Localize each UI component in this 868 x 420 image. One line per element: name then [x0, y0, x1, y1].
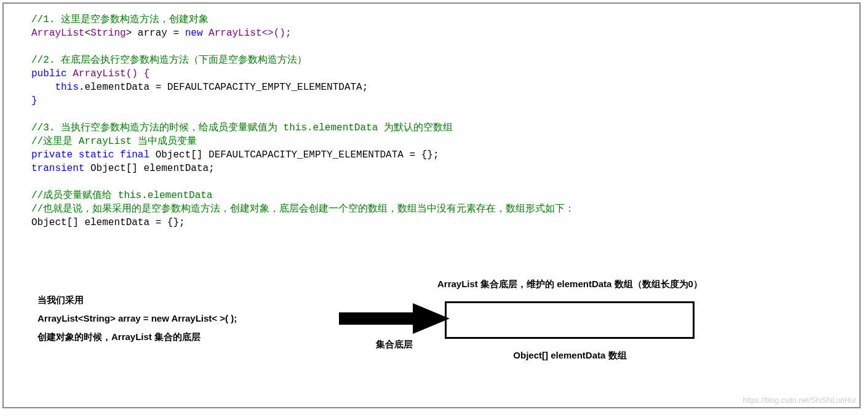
comment-3: //3. 当执行空参数构造方法的时候，给成员变量赋值为 this.element… — [31, 122, 453, 133]
code-text: .elementData = DEFAULTCAPACITY_EMPTY_ELE… — [79, 82, 368, 93]
watermark: https://blog.csdn.net/ShiShiLunHui — [743, 396, 856, 405]
svg-marker-0 — [339, 303, 450, 334]
left-line-3: 创建对象的时候，ArrayList 集合的底层 — [38, 328, 237, 346]
code-text: Object[] elementData = {}; — [31, 217, 185, 228]
code-keyword: private static final — [31, 149, 156, 160]
code-type: ArrayList() { — [73, 68, 149, 79]
document-frame: //1. 这里是空参数构造方法，创建对象 ArrayList<String> a… — [2, 2, 861, 408]
code-block: //1. 这里是空参数构造方法，创建对象 ArrayList<String> a… — [31, 13, 850, 229]
left-line-2: ArrayList<String> array = new ArrayList<… — [38, 309, 237, 328]
code-type: ArrayList — [31, 28, 84, 39]
code-text: array — [132, 28, 173, 39]
left-line-1: 当我们采用 — [38, 291, 237, 309]
code-text: > — [126, 28, 132, 39]
array-label: Object[] elementData 数组 — [437, 350, 703, 362]
code-text: < — [84, 28, 90, 39]
code-keyword: public — [31, 68, 73, 79]
diagram-right-block: ArrayList 集合底层，维护的 elementData 数组（数组长度为0… — [437, 279, 703, 362]
code-type: String — [90, 28, 126, 39]
code-text: = — [173, 28, 185, 39]
code-keyword: new — [185, 28, 209, 39]
code-brace: } — [31, 95, 38, 106]
empty-array-box — [445, 301, 695, 339]
diagram-left-text: 当我们采用 ArrayList<String> array = new Arra… — [38, 291, 237, 346]
code-text: Object[] DEFAULTCAPACITY_EMPTY_ELEMENTDA… — [156, 149, 439, 160]
code-keyword: transient — [31, 163, 90, 174]
comment-1: //1. 这里是空参数构造方法，创建对象 — [31, 14, 209, 25]
comment-2: //2. 在底层会执行空参数构造方法（下面是空参数构造方法） — [31, 55, 307, 66]
comment-4: //成员变量赋值给 this.elementData — [31, 190, 212, 201]
arrow-block: 集合底层 — [339, 303, 450, 351]
diagram-area: 当我们采用 ArrayList<String> array = new Arra… — [13, 279, 850, 383]
comment-3b: //这里是 ArrayList 当中成员变量 — [31, 136, 197, 147]
code-keyword: this — [55, 82, 78, 93]
arrow-label: 集合底层 — [339, 339, 450, 351]
code-text: Object[] elementData; — [90, 163, 215, 174]
code-type: ArrayList<>(); — [209, 28, 291, 39]
arrow-icon — [339, 303, 450, 334]
array-title: ArrayList 集合底层，维护的 elementData 数组（数组长度为0… — [437, 279, 703, 290]
comment-5: //也就是说，如果采用的是空参数构造方法，创建对象，底层会创建一个空的数组，数组… — [31, 204, 575, 215]
